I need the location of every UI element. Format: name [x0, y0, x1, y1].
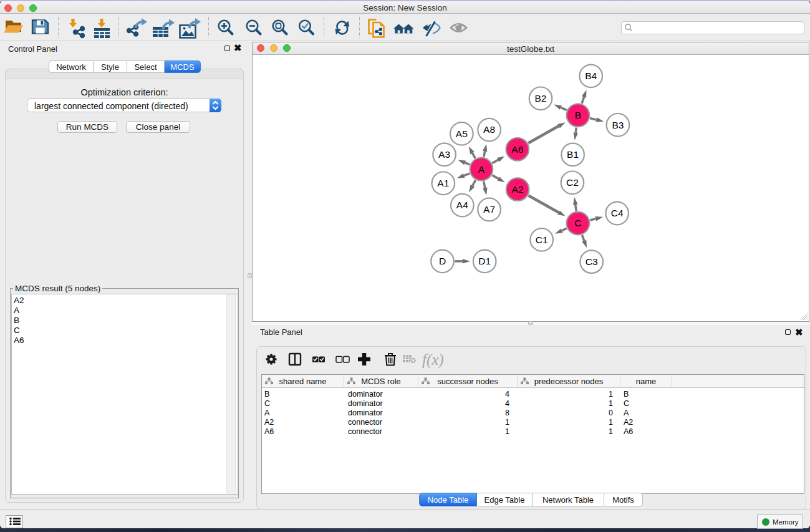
svg-text:B3: B3 [612, 120, 624, 130]
svg-text:D1: D1 [478, 256, 491, 266]
svg-text:C3: C3 [586, 256, 598, 267]
svg-text:A: A [478, 164, 485, 175]
svg-text:A2: A2 [512, 184, 524, 195]
svg-text:A4: A4 [456, 200, 468, 210]
svg-text:C1: C1 [536, 235, 548, 245]
svg-text:B4: B4 [585, 70, 597, 81]
svg-text:A1: A1 [437, 178, 449, 188]
svg-text:C4: C4 [611, 208, 624, 218]
svg-text:B: B [575, 110, 581, 120]
svg-text:C: C [574, 218, 581, 228]
svg-text:A3: A3 [438, 149, 450, 160]
svg-text:A8: A8 [483, 124, 495, 135]
svg-text:A5: A5 [456, 128, 468, 139]
svg-text:D: D [439, 256, 446, 266]
svg-text:A6: A6 [511, 144, 523, 155]
svg-text:B2: B2 [535, 93, 547, 104]
svg-text:B1: B1 [567, 149, 579, 160]
svg-text:f(x): f(x) [422, 351, 444, 369]
svg-text:A7: A7 [483, 204, 495, 215]
svg-text:C2: C2 [566, 177, 579, 188]
